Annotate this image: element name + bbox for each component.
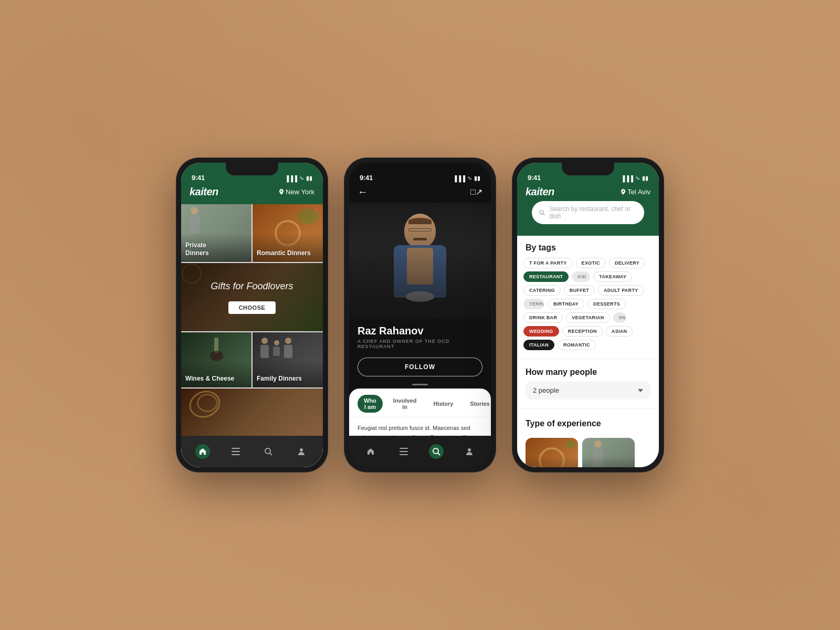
tag-reception[interactable]: RECEPTION [562,326,603,337]
tag-italian[interactable]: ITALIAN [523,340,554,350]
menu-icon-1 [232,448,240,455]
nav-search-2[interactable] [429,444,444,459]
tab-who-i-am[interactable]: Who I am [358,395,383,413]
nav-profile-2[interactable] [462,444,477,459]
search-icon-2 [432,447,440,456]
people-section-title: How many people [526,368,650,377]
bottom-nav-1 [181,436,323,467]
tag-buffet[interactable]: BUFFET [564,285,595,296]
nav-menu-2[interactable] [396,444,411,459]
tab-stories[interactable]: Stories [464,395,491,413]
nav-profile-1[interactable] [294,444,309,459]
battery-icon-3: ▮▮ [642,175,648,182]
tab-history[interactable]: History [427,395,459,413]
svg-point-12 [540,211,543,214]
location-pin-icon-1 [279,189,284,195]
battery-icon-1: ▮▮ [306,175,312,182]
svg-line-13 [543,214,545,215]
people-section: How many people 2 people [517,362,659,405]
chef-tabs: Who I am Involved in History Stories [349,388,491,417]
status-icons-3: ▐▐▐ ∿ ▮▮ [621,175,648,182]
chef-bio-text: Feugiat nisl pretium fusce id. Maecenas … [358,424,482,436]
card-wines-cheese[interactable]: Wines & Cheese [181,332,251,387]
phone2-header: ← □↗ [349,186,491,203]
app-logo-3: kaiten [526,186,554,198]
phone-2-screen: 9:41 ▐▐▐ ∿ ▮▮ ← □↗ [349,163,491,467]
card-family-dinners[interactable]: Family Dinners [253,332,323,387]
people-value: 2 people [533,386,559,394]
chef-subtitle: A CHEF AND OWNER OF THE OCD RESTAURANT [358,339,482,349]
menu-icon-2 [400,448,408,455]
home-icon-1 [198,447,207,456]
phone-1: 9:41 ▐▐▐ ∿ ▮▮ kaiten New York [176,158,328,472]
nav-menu-1[interactable] [228,444,243,459]
card-label-private: PrivateDinners [185,242,209,258]
status-time-1: 9:41 [192,174,205,182]
share-button[interactable]: □↗ [470,187,482,197]
svg-point-5 [300,448,303,452]
chef-info: Raz Rahanov A CHEF AND OWNER OF THE OCD … [349,319,491,353]
svg-line-4 [270,453,272,455]
signal-icon-2: ▐▐▐ [453,175,465,182]
gifts-title: Gifts for Foodlovers [211,281,293,292]
nav-home-1[interactable] [195,444,210,459]
back-button[interactable]: ← [358,186,368,198]
signal-icon-3: ▐▐▐ [621,175,633,182]
app-logo-1: kaiten [190,186,218,198]
location-text-3: Tel Aviv [627,188,650,196]
location-pin-icon-3 [621,189,625,195]
search-bar-3[interactable]: Search by restaurant, chef or dish [532,201,644,224]
tag-romantic[interactable]: ROMANTIC [558,340,596,350]
status-time-2: 9:41 [360,174,373,182]
tag-party[interactable]: T FOR A PARTY [523,258,573,268]
tag-birthday[interactable]: BIRTHDAY [548,299,584,309]
tag-restaurant[interactable]: RESTAURANT [523,271,569,282]
tag-adult-party[interactable]: ADULT PARTY [598,285,644,296]
phones-container: 9:41 ▐▐▐ ∿ ▮▮ kaiten New York [176,158,664,472]
tag-exotic[interactable]: EXOTIC [576,258,606,268]
location-tag-3[interactable]: Tel Aviv [621,188,650,196]
tag-kids[interactable]: KID [572,271,590,282]
tag-vegetarian[interactable]: VEGETARIAN [566,312,610,323]
nav-search-1[interactable] [261,444,276,459]
card-label-wines: Wines & Cheese [185,375,234,383]
chef-name: Raz Rahanov [358,325,482,337]
tag-takeaway[interactable]: TAKEAWAY [593,271,632,282]
people-dropdown[interactable]: 2 people [526,381,650,400]
notch-1 [226,163,278,175]
tag-wedding[interactable]: WEDDING [523,326,559,337]
exp-card-label-private: PrivateDi... [586,467,604,467]
exp-card-label-romantic: RomanticDinn... [530,467,554,467]
scroll-indicator [349,381,491,388]
location-tag-1[interactable]: New York [279,188,314,196]
card-private-dinners[interactable]: PrivateDinners [181,204,251,262]
card-gifts[interactable]: Gifts for Foodlovers CHOOSE [181,263,323,331]
tag-catering[interactable]: CATERING [523,285,561,296]
card-bottom[interactable] [181,388,323,436]
svg-rect-8 [400,454,408,455]
card-label-family: Family Dinners [257,375,302,383]
choose-button[interactable]: CHOOSE [228,301,276,314]
chef-tabs-sheet: Who I am Involved in History Stories Feu… [349,388,491,436]
phone3-content: By tags T FOR A PARTY EXOTIC DELIVERY RE… [517,236,659,467]
tag-terra[interactable]: TERRA [523,299,544,309]
svg-point-9 [433,448,438,454]
exp-card-private[interactable]: PrivateDi... [582,438,635,467]
status-icons-2: ▐▐▐ ∿ ▮▮ [453,175,480,182]
experience-section: Type of experience RomanticDinn... [517,412,659,467]
tag-sn[interactable]: SN [613,312,626,323]
tag-desserts[interactable]: DESSERTS [587,299,626,309]
tag-drink-bar[interactable]: DRINK BAR [523,312,563,323]
exp-card-romantic[interactable]: RomanticDinn... [526,438,578,467]
tag-delivery[interactable]: DELIVERY [609,258,645,268]
card-romantic-dinners[interactable]: 📍 Romantic Dinners [253,204,323,262]
tag-asian[interactable]: ASIAN [606,326,633,337]
tags-section: By tags T FOR A PARTY EXOTIC DELIVERY RE… [517,236,659,355]
phone-1-screen: 9:41 ▐▐▐ ∿ ▮▮ kaiten New York [181,163,323,467]
tab-involved-in[interactable]: Involved in [387,395,423,413]
status-icons-1: ▐▐▐ ∿ ▮▮ [285,175,312,182]
chef-apron [407,248,433,285]
card-label-romantic: Romantic Dinners [257,249,311,258]
follow-button[interactable]: FOLLOW [358,358,482,376]
nav-home-2[interactable] [363,444,378,459]
